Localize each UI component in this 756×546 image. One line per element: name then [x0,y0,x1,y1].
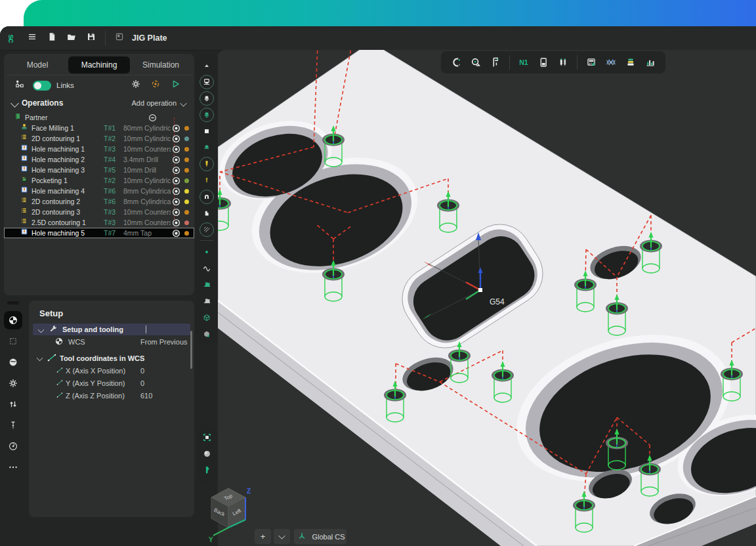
view-fit-icon[interactable] [199,429,215,446]
operation-row[interactable]: Face Milling 1T#180mm Cylindrica [4,123,194,133]
setup-and-tooling-group[interactable]: Setup and tooling [33,324,190,335]
rail-stockdash-icon[interactable] [4,332,22,350]
toolbar-n1-icon[interactable]: N1 [514,54,534,71]
toolbar-magnet-icon[interactable] [446,54,466,71]
operation-enable-radio[interactable] [171,145,181,154]
operation-enable-radio[interactable] [171,166,181,175]
rail-gear-icon[interactable] [4,374,22,392]
rail-updown-icon[interactable] [4,395,22,413]
viewport-3d[interactable]: G54 [218,50,756,546]
rail-wcs-icon[interactable] [4,311,22,329]
view-cube[interactable]: Top Back Left Z Y [205,484,252,546]
operation-status-dot [184,158,189,162]
operation-enable-radio[interactable] [171,208,181,217]
toolbar-divider [509,55,510,70]
rail-rotary-icon[interactable] [4,353,22,371]
operation-row[interactable]: 2.5D contouring 1T#310mm Countersi [4,217,194,228]
view-wave-icon[interactable] [199,260,215,276]
operation-enable-radio[interactable] [171,124,181,133]
coordinate-row[interactable]: Z (Axis Z Position)610 [29,389,194,402]
setup-scrollbar[interactable] [190,331,192,369]
rail-more-icon[interactable] [4,458,22,476]
operation-row[interactable]: 2D contouring 2T#68mm Cylindrical [4,196,194,207]
app-logo-icon[interactable]: sc [0,33,22,43]
links-toggle[interactable] [33,81,51,91]
run-simulation-button[interactable] [165,77,185,94]
operation-row[interactable]: 2D contouring 1T#210mm Cylindrica [4,133,194,144]
add-operation-caret-icon[interactable] [180,100,186,106]
toolbar-doc-icon[interactable] [534,54,553,71]
main-menu-button[interactable] [22,30,42,47]
view-caretup-icon[interactable] [199,57,215,74]
rail-tap-icon[interactable] [4,416,22,434]
view-clamp-icon[interactable] [199,188,215,205]
view-solid-icon[interactable] [199,326,215,342]
operation-enable-radio[interactable] [171,198,181,206]
collapse-chevron-icon[interactable] [10,99,19,108]
coordinate-row[interactable]: Y (Axis Y Position)0 [29,377,194,389]
wcs-row[interactable]: WCS From Previous [29,335,194,348]
add-cs-button[interactable]: + [255,529,271,544]
view-clamp2-icon[interactable] [199,205,215,221]
toolbar-statbars-icon[interactable] [640,54,660,71]
tool-coords-group[interactable]: Tool coordinates in WCS [29,352,194,364]
operation-row[interactable]: Hole machining 3T#510mm Drill [4,165,194,175]
rail-gauge-icon[interactable] [4,437,22,455]
global-cs-button[interactable]: Global CS [294,529,346,544]
coordinate-value[interactable]: 0 [140,379,144,387]
operation-group-row[interactable]: Partner [4,112,194,123]
operation-row[interactable]: Hole machining 5T#74mm Tap [4,228,194,238]
view-surfteal-icon[interactable] [199,276,215,293]
operations-settings-button[interactable] [126,77,146,94]
toolbar-caliper-icon[interactable] [486,54,505,71]
coordinate-rows: X (Axis X Position)0Y (Axis Y Position)0… [29,364,194,402]
operation-row[interactable]: Hole machining 4T#68mm Cylindrical [4,186,194,196]
coordinate-value[interactable]: 610 [140,392,152,400]
view-square-icon[interactable] [199,123,215,139]
add-operation-button[interactable]: Add operation [132,99,177,107]
group-chevron-icon[interactable] [38,326,45,333]
operation-enable-radio[interactable] [171,219,181,227]
cs-dropdown-button[interactable] [274,529,290,544]
save-project-button[interactable] [81,30,101,47]
view-stock-icon[interactable] [199,90,215,106]
view-hatch-icon[interactable] [199,221,215,238]
view-surfgray-icon[interactable] [199,293,215,309]
open-project-button[interactable] [62,30,81,47]
view-tool-icon[interactable] [199,156,215,172]
mute-all-icon[interactable] [147,114,158,122]
view-part2-icon[interactable] [199,139,215,156]
operation-row[interactable]: Pocketing 1T#210mm Cylindrica [4,175,194,186]
coordinate-row[interactable]: X (Axis X Position)0 [29,364,194,377]
recalculate-button[interactable] [146,77,165,94]
wcs-value[interactable]: From Previous [140,338,188,346]
operation-enable-radio[interactable] [171,229,181,238]
measure-toolpath-toolbar: N1 [441,51,665,74]
coordinate-value[interactable]: 0 [140,367,144,375]
tab-model[interactable]: Model [7,56,68,74]
new-project-button[interactable] [42,30,62,47]
operation-row[interactable]: 2D contouring 3T#310mm Countersi [4,207,194,217]
group-chevron-icon[interactable] [37,355,43,362]
view-mesh-icon[interactable] [199,309,215,326]
operation-enable-radio[interactable] [171,135,181,143]
operation-enable-radio[interactable] [171,156,181,164]
toolbar-tools2-icon[interactable] [553,54,573,71]
view-sphere-icon[interactable] [199,446,215,462]
view-machine-icon[interactable] [199,74,215,90]
toolbar-ctrlpanel-icon[interactable] [581,54,601,71]
tab-machining[interactable]: Machining [68,56,130,74]
toolbar-layers-icon[interactable] [621,54,640,71]
view-part-icon[interactable] [199,106,215,123]
operation-enable-radio[interactable] [171,187,181,196]
tab-simulation[interactable]: Simulation [130,56,192,74]
project-board-button[interactable] [110,30,129,47]
operation-row[interactable]: Hole machining 1T#310mm Countersi [4,144,194,154]
toolbar-toolpathwave-icon[interactable] [601,54,621,71]
view-tool2-icon[interactable] [199,172,215,188]
view-dotteal-icon[interactable] [199,243,215,260]
view-flag-icon[interactable] [199,462,215,478]
toolbar-tape-icon[interactable] [466,54,486,71]
operation-row[interactable]: Hole machining 2T#43.4mm Drill [4,154,194,165]
operation-enable-radio[interactable] [171,177,181,185]
